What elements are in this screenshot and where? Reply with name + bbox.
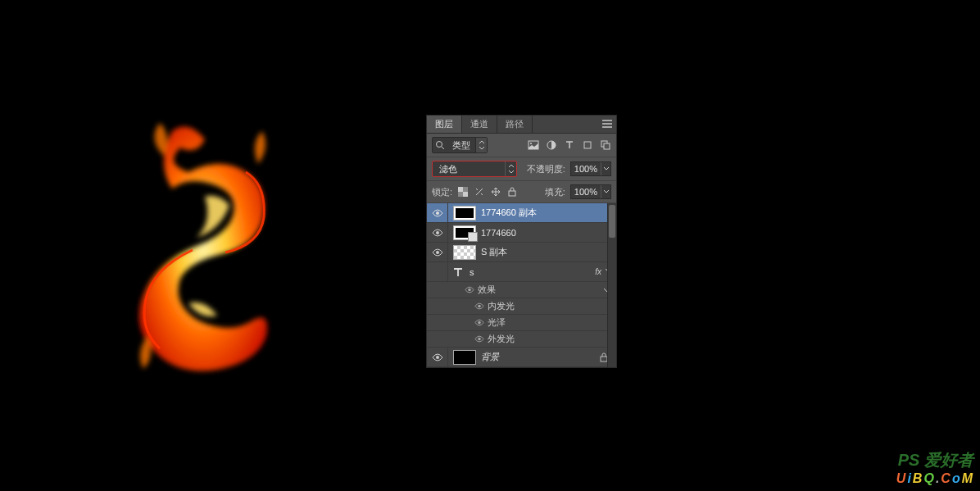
visibility-toggle[interactable] xyxy=(471,302,488,310)
filter-type-select[interactable]: 类型 xyxy=(432,137,488,153)
fill-input[interactable]: 100% xyxy=(570,184,611,199)
visibility-toggle[interactable] xyxy=(471,335,488,343)
svg-point-12 xyxy=(436,211,439,215)
filter-type-label: 类型 xyxy=(447,139,475,152)
svg-rect-6 xyxy=(604,143,610,149)
search-icon xyxy=(433,140,447,150)
effects-header[interactable]: 效果 xyxy=(427,282,616,298)
fx-badge[interactable]: fx xyxy=(595,267,601,276)
layer-name: S 副本 xyxy=(481,246,507,258)
layer-name: 1774660 xyxy=(481,228,516,238)
chevron-down-icon xyxy=(601,185,610,198)
layer-thumbnail xyxy=(453,350,476,365)
lock-pixels-icon[interactable] xyxy=(474,186,485,198)
layers-panel: 图层 通道 路径 类型 滤色 不透明度: xyxy=(426,115,617,368)
svg-point-17 xyxy=(478,321,480,324)
svg-point-15 xyxy=(468,289,470,291)
visibility-toggle[interactable] xyxy=(427,203,448,222)
visibility-toggle[interactable] xyxy=(461,286,478,293)
opacity-value: 100% xyxy=(571,164,601,174)
watermark: PS 爱好者 UiBQ.CoM xyxy=(896,449,973,486)
visibility-toggle[interactable] xyxy=(427,262,448,281)
layer-thumbnail xyxy=(453,225,476,240)
layer-row[interactable]: 1774660 副本 xyxy=(427,203,616,223)
layer-row[interactable]: 背景 xyxy=(427,348,616,367)
scrollbar-thumb[interactable] xyxy=(609,205,615,238)
svg-point-16 xyxy=(478,305,480,307)
text-layer-icon xyxy=(451,266,465,279)
layer-row[interactable]: S 副本 xyxy=(427,243,616,262)
svg-point-2 xyxy=(530,143,532,144)
layer-name: s xyxy=(470,267,474,277)
filter-row: 类型 xyxy=(427,134,616,157)
layer-thumbnail xyxy=(453,206,476,220)
lock-row: 锁定: 填充: 100% xyxy=(427,181,616,203)
lock-all-icon[interactable] xyxy=(506,186,518,198)
layer-row[interactable]: s fx xyxy=(427,262,616,282)
svg-rect-8 xyxy=(463,192,468,197)
blend-mode-select[interactable]: 滤色 xyxy=(432,161,517,177)
filter-text-icon[interactable] xyxy=(564,139,575,151)
fill-label: 填充: xyxy=(545,186,565,198)
svg-rect-10 xyxy=(458,192,463,197)
layers-list: 1774660 副本 1774660 S 副本 s fx xyxy=(427,203,616,367)
svg-rect-11 xyxy=(509,191,515,196)
effect-name: 光泽 xyxy=(488,316,506,329)
layers-scrollbar[interactable] xyxy=(607,203,616,367)
opacity-input[interactable]: 100% xyxy=(570,161,611,176)
effects-label: 效果 xyxy=(478,284,496,296)
tab-channels[interactable]: 通道 xyxy=(462,116,497,133)
visibility-toggle[interactable] xyxy=(427,243,448,261)
filter-shape-icon[interactable] xyxy=(582,139,593,151)
svg-point-13 xyxy=(436,231,439,234)
dropdown-arrow-icon xyxy=(505,161,516,176)
filter-adjustment-icon[interactable] xyxy=(546,139,557,151)
effect-name: 外发光 xyxy=(488,333,515,345)
opacity-label: 不透明度: xyxy=(527,163,565,175)
svg-point-0 xyxy=(437,142,442,148)
tab-layers[interactable]: 图层 xyxy=(427,116,462,133)
panel-menu-icon[interactable] xyxy=(601,119,613,129)
svg-rect-20 xyxy=(601,357,607,361)
blend-mode-value: 滤色 xyxy=(433,163,505,175)
svg-point-18 xyxy=(478,338,480,340)
effect-item[interactable]: 外发光 xyxy=(427,331,616,348)
svg-point-19 xyxy=(436,356,439,359)
svg-rect-4 xyxy=(584,142,591,148)
svg-rect-7 xyxy=(458,187,463,192)
lock-position-icon[interactable] xyxy=(490,186,501,198)
watermark-line1: PS 爱好者 xyxy=(896,449,973,471)
svg-point-14 xyxy=(436,251,439,254)
fire-letter-artwork xyxy=(123,115,303,377)
layer-thumbnail xyxy=(453,245,476,260)
layers-list-wrap: 1774660 副本 1774660 S 副本 s fx xyxy=(427,203,616,367)
visibility-toggle[interactable] xyxy=(471,319,488,326)
blend-row: 滤色 不透明度: 100% xyxy=(427,157,616,181)
effect-name: 内发光 xyxy=(488,300,515,312)
panel-tabs: 图层 通道 路径 xyxy=(427,116,616,134)
lock-label: 锁定: xyxy=(432,186,452,198)
svg-rect-9 xyxy=(463,187,468,192)
effect-item[interactable]: 光泽 xyxy=(427,315,616,331)
tab-paths[interactable]: 路径 xyxy=(497,116,533,133)
layer-row[interactable]: 1774660 xyxy=(427,223,616,243)
fill-value: 100% xyxy=(571,187,601,197)
visibility-toggle[interactable] xyxy=(427,348,448,366)
watermark-line2: UiBQ.CoM xyxy=(896,471,973,486)
filter-image-icon[interactable] xyxy=(528,139,539,151)
canvas-area xyxy=(0,0,426,491)
effect-item[interactable]: 内发光 xyxy=(427,298,616,315)
layer-name: 1774660 副本 xyxy=(481,207,537,219)
filter-smartobject-icon[interactable] xyxy=(600,139,611,151)
layer-name: 背景 xyxy=(481,351,499,363)
chevron-down-icon xyxy=(601,162,610,175)
visibility-toggle[interactable] xyxy=(427,223,448,242)
stepper-arrows-icon xyxy=(475,138,487,152)
lock-transparency-icon[interactable] xyxy=(457,186,469,198)
